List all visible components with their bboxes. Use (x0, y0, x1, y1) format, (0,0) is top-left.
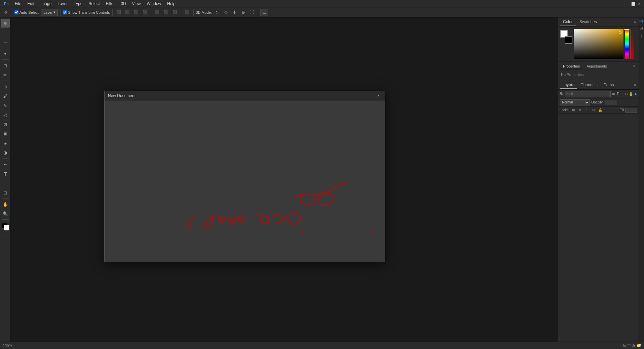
3d-rotate-icon[interactable]: ↻ (213, 9, 220, 16)
blur-btn[interactable]: ◈ (1, 139, 10, 147)
layers-panel-icon[interactable]: ✕ (633, 83, 637, 87)
layers-search-input[interactable] (565, 91, 611, 97)
align-spacer-icon[interactable]: ⬛ (141, 9, 149, 16)
layers-adjustment-icon[interactable]: ⊡ (620, 91, 624, 97)
align-bottom-icon[interactable]: ⬛ (171, 9, 178, 16)
menu-help[interactable]: Help (164, 1, 178, 7)
dialog-content[interactable] (105, 100, 385, 262)
clone-btn[interactable]: ✎ (1, 101, 10, 110)
burn-btn[interactable]: ◑ (1, 148, 10, 157)
auto-select-checkbox[interactable] (14, 10, 18, 14)
3d-roll-icon[interactable]: ⟲ (222, 9, 229, 16)
extra-tools-btn[interactable]: ··· (1, 232, 10, 241)
layer-dropdown[interactable]: Layer ▾ (41, 9, 58, 16)
lock-artboards[interactable]: ⊡ (591, 107, 596, 113)
text-btn[interactable]: T (1, 169, 10, 178)
status-adj-icon[interactable]: ◑ (632, 343, 635, 348)
hand-btn[interactable]: ✋ (1, 200, 10, 209)
panel-icon-1[interactable]: Ps (639, 19, 644, 24)
history-brush-btn[interactable]: ◎ (1, 111, 10, 119)
healing-btn[interactable]: ⊕ (1, 82, 10, 91)
sep7 (258, 9, 258, 16)
panel-icon-p[interactable]: ¶ (639, 34, 644, 38)
dialog-close-button[interactable]: × (375, 93, 381, 99)
color-tab[interactable]: Color (560, 18, 576, 26)
layers-locks-row: Locks: ⊞ ✏ ✛ ⊡ 🔒 Fill (558, 106, 639, 114)
panel-collapse-icon[interactable]: ≡ (633, 20, 637, 25)
color-gradient-picker[interactable] (574, 29, 623, 59)
status-mask-icon[interactable]: ⬚ (627, 343, 631, 348)
3d-slide-icon[interactable]: ⊕ (239, 9, 247, 16)
opacity-input[interactable] (605, 100, 617, 105)
restore-button[interactable]: ⬜ (631, 1, 636, 6)
rectangular-marquee-btn[interactable]: ⬚ (1, 31, 10, 39)
options-bar: ✥ Auto-Select: Layer ▾ Show Transform Co… (0, 7, 644, 17)
menu-view[interactable]: View (129, 1, 144, 7)
pen-btn[interactable]: ✒ (1, 160, 10, 169)
show-transform-checkbox[interactable] (63, 10, 67, 14)
hue-slider[interactable] (625, 29, 629, 59)
close-button[interactable]: ✕ (637, 1, 642, 6)
tool-sep-5 (2, 198, 9, 199)
layers-smart-icon[interactable]: ⊟ (625, 91, 628, 97)
lock-all[interactable]: 🔒 (598, 107, 603, 113)
gradient-btn[interactable]: ▣ (1, 129, 10, 138)
paths-tab[interactable]: Paths (601, 81, 617, 89)
properties-tab[interactable]: Properties (560, 63, 582, 69)
menu-image[interactable]: Image (38, 1, 54, 7)
layers-tab[interactable]: Layers (560, 81, 577, 89)
bg-color-swatch[interactable] (565, 36, 572, 44)
align-left-icon[interactable]: ⬛ (115, 9, 122, 16)
3d-scale-icon[interactable]: ⛶ (248, 9, 255, 16)
layers-filter-icon[interactable]: ⊞ (612, 91, 615, 97)
alpha-slider[interactable] (630, 29, 634, 59)
tool-sep-6 (2, 219, 9, 220)
eraser-btn[interactable]: ⊠ (1, 120, 10, 129)
align-middle-icon[interactable]: ⬛ (162, 9, 170, 16)
move-tool-btn[interactable]: ✥ (1, 19, 10, 28)
menu-3d[interactable]: 3D (118, 1, 128, 7)
menu-window[interactable]: Window (144, 1, 164, 7)
canvas-area[interactable]: New Document × (11, 17, 558, 342)
swatches-tab[interactable]: Swatches (576, 18, 600, 26)
fill-input[interactable] (625, 108, 637, 113)
align-center-h-icon[interactable]: ⬛ (124, 9, 131, 16)
shape-btn[interactable]: ◻ (1, 188, 10, 197)
menu-filter[interactable]: Filter (103, 1, 118, 7)
crop-btn[interactable]: ⊡ (1, 61, 10, 70)
menu-select[interactable]: Select (86, 1, 102, 7)
align-right-icon[interactable]: ⬛ (132, 9, 140, 16)
align-top-icon[interactable]: ⬛ (154, 9, 161, 16)
layers-type-icon[interactable]: T (616, 91, 619, 97)
zoom-btn[interactable]: 🔍 (1, 209, 10, 218)
menu-type[interactable]: Type (71, 1, 85, 7)
lock-image-pixels[interactable]: ✏ (577, 107, 583, 113)
sep4 (151, 9, 151, 16)
lasso-btn[interactable]: ⌒ (1, 40, 10, 49)
layers-lock-icon[interactable]: 🔒 (629, 91, 633, 97)
panel-icon-ai[interactable]: Ai (639, 26, 644, 31)
distribute-icon[interactable]: ⬛ (184, 9, 191, 16)
minimize-button[interactable]: ─ (625, 1, 630, 6)
status-folder-icon[interactable]: 📁 (637, 343, 641, 348)
more-options-button[interactable]: ... (260, 9, 268, 16)
lock-transparent-pixels[interactable]: ⊞ (571, 107, 576, 113)
magic-wand-btn[interactable]: ✦ (1, 49, 10, 58)
blend-mode-select[interactable]: Normal (560, 99, 590, 105)
lock-position[interactable]: ✛ (584, 107, 590, 113)
channels-tab[interactable]: Channels (578, 81, 600, 89)
eyedropper-btn[interactable]: ✏ (1, 71, 10, 79)
layers-search-icon: 🔍 (560, 91, 564, 97)
brush-btn[interactable]: 🖌 (1, 92, 10, 100)
background-color-swatch[interactable] (4, 225, 9, 230)
menu-edit[interactable]: Edit (25, 1, 37, 7)
show-transform-label: Show Transform Controls (63, 10, 110, 14)
layers-toggle-icon[interactable]: ● (634, 91, 637, 97)
properties-panel-icon[interactable]: ✕ (632, 63, 637, 68)
path-selection-btn[interactable]: ⟋ (1, 179, 10, 187)
menu-layer[interactable]: Layer (55, 1, 70, 7)
adjustments-tab[interactable]: Adjustments (584, 63, 610, 69)
3d-pan-icon[interactable]: ✛ (231, 9, 238, 16)
menu-file[interactable]: File (12, 1, 24, 7)
move-options-icon[interactable]: ✥ (2, 9, 9, 16)
